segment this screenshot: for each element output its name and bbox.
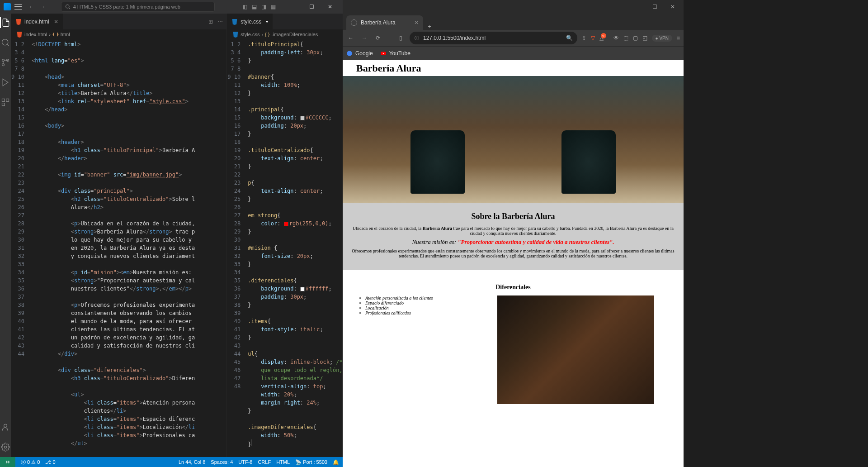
- browser-back-icon[interactable]: ←: [346, 35, 355, 41]
- vscode-window: ← → 4 HTML5 y CSS3 parte 1 Mi primera pá…: [0, 0, 343, 467]
- tab-close-icon[interactable]: ✕: [414, 19, 419, 26]
- editor-left: index.html ✕ ⊞ ⋯ index.html › html: [11, 14, 227, 457]
- html-file-icon: [15, 19, 22, 25]
- tabs-left: index.html ✕ ⊞ ⋯: [11, 14, 226, 29]
- search-icon[interactable]: 🔍: [566, 35, 573, 41]
- diferenciales-title: Diferenciales: [356, 284, 670, 291]
- extensions-icon[interactable]: [0, 97, 11, 108]
- bookmark-youtube[interactable]: YouTube: [380, 50, 410, 57]
- code-content-left: <!DOCTYPE html> <html lang="es"> <head> …: [32, 39, 195, 457]
- svg-point-2: [2, 39, 8, 45]
- menu-icon[interactable]: [14, 3, 22, 10]
- search-text: 4 HTML5 y CSS3 parte 1 Mi primera página…: [73, 4, 180, 10]
- html-file-icon: [16, 31, 23, 38]
- ext-icon[interactable]: ◰: [642, 35, 647, 41]
- nav-back-icon[interactable]: ←: [29, 4, 34, 10]
- svg-rect-8: [2, 99, 5, 102]
- nav-forward-icon[interactable]: →: [40, 4, 45, 10]
- browser-viewport[interactable]: Barbería Alura Sobre la Barbería Alura U…: [343, 60, 684, 467]
- explorer-icon[interactable]: [0, 17, 11, 28]
- ext-icon[interactable]: ▢: [633, 35, 638, 41]
- favicon-icon: [351, 19, 357, 26]
- status-bar: ⓧ 0 ⚠ 0 ⎇ 0 Ln 44, Col 8 Spaces: 4 UTF-8…: [0, 457, 343, 467]
- browser-tab[interactable]: Barbería Alura ✕: [346, 15, 423, 30]
- minimap-left[interactable]: [195, 39, 226, 457]
- window-close-icon[interactable]: ✕: [321, 0, 339, 14]
- browser-titlebar: ─ ☐ ✕: [343, 0, 684, 14]
- line-numbers: 1 2 3 4 5 6 7 8 9 10 11 12 13 14 15 16 1…: [227, 39, 248, 457]
- share-icon[interactable]: ⇪: [582, 35, 586, 41]
- layout-panel-right-icon[interactable]: ◨: [261, 4, 266, 10]
- tab-style-css[interactable]: style.css ●: [227, 14, 273, 29]
- new-tab-button[interactable]: +: [423, 24, 436, 30]
- tab-modified-icon: ●: [266, 19, 268, 24]
- brave-shields-icon[interactable]: ▽: [591, 35, 595, 41]
- layout-panel-left-icon[interactable]: ◧: [242, 4, 247, 10]
- status-encoding[interactable]: UTF-8: [238, 459, 252, 465]
- status-port[interactable]: 📡 Port : 5500: [295, 459, 327, 465]
- browser-tab-title: Barbería Alura: [361, 19, 396, 26]
- ext-icon[interactable]: ⬚: [623, 35, 628, 41]
- list-item: Espacio diferenciado: [365, 300, 466, 305]
- breadcrumb-right[interactable]: style.css › { } .imagenDiferenciales: [227, 29, 343, 39]
- window-maximize-icon[interactable]: ☐: [303, 0, 321, 14]
- section-heading: Sobre la Barbería Alura: [352, 212, 675, 221]
- chevron-right-icon: ›: [261, 32, 263, 37]
- status-errors[interactable]: ⓧ 0 ⚠ 0: [21, 459, 40, 466]
- layout-customize-icon[interactable]: ▦: [271, 4, 276, 10]
- search-activity-icon[interactable]: [0, 37, 11, 48]
- rendered-page: Barbería Alura Sobre la Barbería Alura U…: [343, 60, 684, 418]
- layout-panel-bottom-icon[interactable]: ⬓: [252, 4, 257, 10]
- svg-point-11: [4, 424, 7, 427]
- browser-bookmark-icon[interactable]: ▯: [396, 35, 405, 41]
- url-text: 127.0.0.1:5500/index.html: [423, 35, 486, 41]
- svg-rect-10: [2, 103, 5, 106]
- browser-tabs: Barbería Alura ✕ +: [343, 14, 684, 30]
- status-ln-col[interactable]: Ln 44, Col 8: [179, 459, 205, 465]
- command-center[interactable]: 4 HTML5 y CSS3 parte 1 Mi primera página…: [61, 2, 215, 12]
- browser-toolbar: ← → ⟳ ▯ i 127.0.0.1:5500/index.html 🔍 ⇪ …: [343, 30, 684, 46]
- css-file-icon: [231, 19, 238, 25]
- compare-icon[interactable]: ⊞: [208, 19, 213, 25]
- window-minimize-icon[interactable]: ─: [627, 0, 646, 14]
- svg-rect-9: [6, 99, 9, 102]
- run-debug-icon[interactable]: [0, 77, 11, 88]
- tabs-right: style.css ●: [227, 14, 343, 29]
- more-icon[interactable]: ⋯: [217, 19, 223, 25]
- google-icon: [346, 50, 353, 57]
- code-editor-left[interactable]: 1 2 3 4 5 6 7 8 9 10 11 12 13 14 15 16 1…: [11, 39, 226, 457]
- status-spaces[interactable]: Spaces: 4: [211, 459, 233, 465]
- browser-forward-icon[interactable]: →: [360, 35, 369, 41]
- browser-reload-icon[interactable]: ⟳: [373, 35, 382, 41]
- chevron-right-icon: ›: [49, 32, 51, 37]
- status-bell-icon[interactable]: 🔔: [333, 459, 339, 465]
- list-item: Profesionales calificados: [365, 310, 466, 315]
- editor-right: style.css ● style.css › { } .imagenDifer…: [227, 14, 343, 457]
- svg-point-15: [347, 51, 352, 56]
- tab-index-html[interactable]: index.html ✕: [11, 14, 63, 29]
- browser-menu-icon[interactable]: ≡: [677, 35, 680, 41]
- ext-icon[interactable]: 👁: [613, 35, 619, 41]
- status-git[interactable]: ⎇ 0: [45, 459, 55, 465]
- account-icon[interactable]: [0, 422, 11, 433]
- brave-rewards-icon[interactable]: △9: [599, 35, 604, 41]
- diferenciales-list: Atención personalizada a los clientes Es…: [356, 295, 466, 404]
- settings-gear-icon[interactable]: [0, 442, 11, 453]
- bookmark-google[interactable]: Google: [346, 50, 373, 57]
- url-bar[interactable]: i 127.0.0.1:5500/index.html 🔍: [410, 32, 577, 44]
- status-eol[interactable]: CRLF: [258, 459, 271, 465]
- search-icon: [65, 4, 71, 10]
- vpn-button[interactable]: ● VPN: [652, 35, 672, 42]
- source-control-icon[interactable]: [0, 57, 11, 68]
- status-lang[interactable]: HTML: [276, 459, 290, 465]
- code-editor-right[interactable]: 1 2 3 4 5 6 7 8 9 10 11 12 13 14 15 16 1…: [227, 39, 343, 457]
- paragraph-3: Ofrecemos profesionales experimentados q…: [352, 248, 675, 258]
- remote-icon[interactable]: [0, 457, 15, 467]
- tab-close-icon[interactable]: ✕: [54, 19, 58, 25]
- window-close-icon[interactable]: ✕: [664, 0, 682, 14]
- window-minimize-icon[interactable]: ─: [285, 0, 303, 14]
- svg-point-6: [2, 59, 5, 62]
- vscode-titlebar: ← → 4 HTML5 y CSS3 parte 1 Mi primera pá…: [0, 0, 343, 14]
- window-maximize-icon[interactable]: ☐: [646, 0, 664, 14]
- breadcrumb-left[interactable]: index.html › html: [11, 29, 226, 39]
